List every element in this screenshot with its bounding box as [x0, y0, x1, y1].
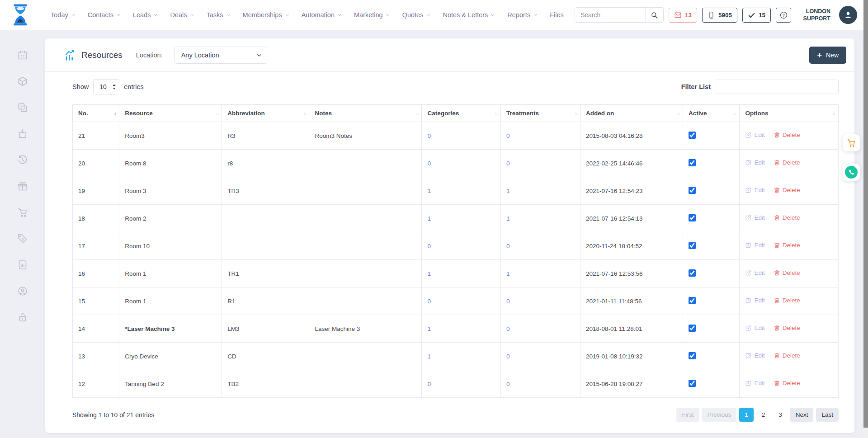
search-input[interactable] [575, 8, 645, 22]
search-icon[interactable] [645, 8, 663, 22]
col-header-resource[interactable]: Resource↑↓ [119, 105, 222, 122]
col-header-options[interactable]: Options↑↓ [740, 105, 839, 122]
sidebar-item-shopping-bag[interactable] [17, 128, 28, 139]
nav-today[interactable]: Today [51, 11, 75, 19]
treatments-link[interactable]: 0 [506, 381, 510, 387]
delete-button[interactable]: Delete [774, 325, 800, 331]
categories-link[interactable]: 0 [427, 298, 431, 305]
edit-button[interactable]: Edit [745, 380, 764, 386]
edit-button[interactable]: Edit [745, 325, 764, 331]
sidebar-item-price-tag[interactable]: $ [17, 233, 28, 244]
sidebar-item-copy[interactable] [17, 102, 28, 113]
treatments-link[interactable]: 0 [506, 353, 510, 360]
categories-link[interactable]: 1 [427, 270, 431, 277]
active-checkbox[interactable] [689, 352, 696, 359]
page-first[interactable]: First [676, 408, 699, 422]
delete-button[interactable]: Delete [774, 159, 800, 166]
active-checkbox[interactable] [689, 242, 696, 249]
page-3[interactable]: 3 [773, 408, 788, 422]
col-header-categories[interactable]: Categories↑↓ [422, 105, 500, 122]
delete-button[interactable]: Delete [774, 132, 800, 138]
col-header-notes[interactable]: Notes↑↓ [309, 105, 422, 122]
active-checkbox[interactable] [689, 297, 696, 304]
col-header-active[interactable]: Active↑↓ [683, 105, 740, 122]
categories-link[interactable]: 0 [427, 160, 431, 167]
treatments-link[interactable]: 0 [506, 160, 510, 167]
categories-link[interactable]: 1 [427, 325, 431, 332]
delete-button[interactable]: Delete [774, 297, 800, 304]
tasks-badge[interactable]: 15 [742, 8, 771, 23]
page-next[interactable]: Next [790, 408, 814, 422]
sidebar-item-cart[interactable] [17, 207, 28, 218]
app-logo-hourglass-icon[interactable] [11, 4, 30, 26]
scrollbar-thumb[interactable] [863, 0, 868, 428]
nav-files[interactable]: Files [550, 11, 564, 19]
sidebar-item-lock[interactable] [17, 312, 28, 323]
page-1[interactable]: 1 [739, 408, 754, 422]
nav-automation[interactable]: Automation [302, 11, 342, 19]
edit-button[interactable]: Edit [745, 242, 764, 249]
active-checkbox[interactable] [689, 187, 696, 194]
help-icon[interactable]: ? [776, 8, 791, 23]
location-select[interactable]: Any Location [175, 47, 267, 64]
categories-link[interactable]: 0 [427, 132, 431, 139]
nav-reports[interactable]: Reports [507, 11, 538, 19]
filter-input[interactable] [716, 80, 839, 94]
active-checkbox[interactable] [689, 132, 696, 139]
treatments-link[interactable]: 0 [506, 325, 510, 332]
categories-link[interactable]: 1 [427, 188, 431, 194]
entries-select[interactable]: 10 [93, 79, 119, 94]
delete-button[interactable]: Delete [774, 187, 800, 193]
active-checkbox[interactable] [689, 380, 696, 387]
edit-button[interactable]: Edit [745, 352, 764, 359]
avatar[interactable] [839, 6, 857, 24]
col-header-added-on[interactable]: Added on↑↓ [580, 105, 683, 122]
active-checkbox[interactable] [689, 269, 696, 277]
page-last[interactable]: Last [816, 408, 839, 422]
edit-button[interactable]: Edit [745, 187, 764, 193]
active-checkbox[interactable] [689, 214, 696, 221]
floating-cart-button[interactable] [843, 134, 860, 151]
delete-button[interactable]: Delete [774, 269, 800, 276]
nav-memberships[interactable]: Memberships [243, 11, 289, 19]
treatments-link[interactable]: 1 [506, 215, 510, 222]
nav-tasks[interactable]: Tasks [207, 11, 231, 19]
page-2[interactable]: 2 [756, 408, 771, 422]
active-checkbox[interactable] [689, 325, 696, 332]
edit-button[interactable]: Edit [745, 297, 764, 304]
categories-link[interactable]: 0 [427, 243, 431, 250]
floating-phone-button[interactable] [843, 164, 860, 181]
nav-leads[interactable]: Leads [133, 11, 158, 19]
nav-notes-letters[interactable]: Notes & Letters [443, 11, 495, 19]
delete-button[interactable]: Delete [774, 214, 800, 221]
treatments-link[interactable]: 0 [506, 298, 510, 305]
categories-link[interactable]: 1 [427, 353, 431, 360]
phone-badge[interactable]: 5905 [702, 8, 737, 23]
col-header-abbreviation[interactable]: Abbreviation↑↓ [222, 105, 309, 122]
categories-link[interactable]: 0 [427, 381, 431, 387]
sidebar-item-history[interactable] [17, 155, 28, 165]
nav-deals[interactable]: Deals [170, 11, 194, 19]
sidebar-item-calendar[interactable]: 12 [17, 50, 28, 61]
nav-contacts[interactable]: Contacts [88, 11, 121, 19]
sidebar-item-user-circle[interactable] [17, 286, 28, 297]
edit-button[interactable]: Edit [745, 214, 764, 221]
edit-button[interactable]: Edit [745, 159, 764, 166]
sidebar-item-gift[interactable] [17, 181, 28, 192]
scrollbar-track[interactable] [863, 0, 868, 438]
sidebar-item-cube[interactable] [17, 76, 28, 87]
treatments-link[interactable]: 0 [506, 243, 510, 250]
nav-quotes[interactable]: Quotes [402, 11, 431, 19]
treatments-link[interactable]: 0 [506, 132, 510, 139]
delete-button[interactable]: Delete [774, 242, 800, 249]
treatments-link[interactable]: 1 [506, 270, 510, 277]
edit-button[interactable]: Edit [745, 132, 764, 138]
col-header-no[interactable]: No.↑↓ [73, 105, 119, 122]
sidebar-item-chart-file[interactable] [17, 259, 28, 270]
delete-button[interactable]: Delete [774, 352, 800, 359]
col-header-treatments[interactable]: Treatments↑↓ [500, 105, 580, 122]
new-button[interactable]: + New [809, 47, 846, 64]
treatments-link[interactable]: 1 [506, 188, 510, 194]
active-checkbox[interactable] [689, 159, 696, 166]
categories-link[interactable]: 1 [427, 215, 431, 222]
